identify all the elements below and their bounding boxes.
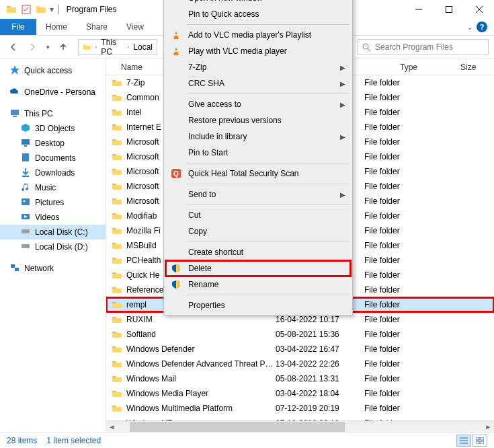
ctx-label: Give access to: [188, 100, 241, 109]
table-row[interactable]: Windows Mail05-08-2021 13:31File folder: [106, 371, 494, 386]
up-button[interactable]: [55, 39, 71, 55]
ctx-give-access-to[interactable]: Give access to▶: [165, 96, 351, 112]
svg-line-6: [368, 48, 370, 51]
table-row[interactable]: Softland05-08-2021 15:36File folder: [106, 327, 494, 342]
sidebar-item-network[interactable]: Network: [0, 261, 106, 276]
sidebar-item-this-pc[interactable]: This PC: [0, 106, 106, 121]
sidebar-item-pictures[interactable]: Pictures: [0, 195, 106, 210]
ctx-label: Pin to Start: [188, 148, 228, 157]
table-row[interactable]: Windows Defender03-04-2022 16:47File fol…: [106, 342, 494, 357]
recent-button[interactable]: ▾: [43, 39, 52, 55]
sidebar-item-quick-access[interactable]: Quick access: [0, 63, 106, 78]
sidebar-item-onedrive-persona[interactable]: OneDrive - Persona: [0, 85, 106, 100]
ctx-copy[interactable]: Copy: [165, 223, 351, 239]
back-button[interactable]: [5, 39, 22, 55]
col-size[interactable]: Size: [460, 63, 494, 72]
ctx-restore-previous-versions[interactable]: Restore previous versions: [165, 112, 351, 128]
chevron-right-icon: ▶: [340, 133, 345, 141]
sidebar-item-documents[interactable]: Documents: [0, 151, 106, 165]
ctx-include-in-library[interactable]: Include in library▶: [165, 128, 351, 145]
down-icon: [20, 167, 31, 180]
sidebar-item-3d-objects[interactable]: 3D Objects: [0, 121, 106, 136]
ctx-open-in-new-window[interactable]: Open in new window: [165, 0, 351, 6]
file-tab[interactable]: File: [0, 19, 36, 35]
ctx-create-shortcut[interactable]: Create shortcut: [165, 244, 351, 260]
ctx-pin-to-start[interactable]: Pin to Start: [165, 145, 351, 161]
file-type: File folder: [364, 122, 431, 132]
file-date: 03-04-2022 18:04: [276, 389, 364, 398]
net-icon: [9, 262, 20, 275]
file-type: File folder: [364, 285, 431, 295]
file-type: File folder: [364, 344, 431, 354]
sidebar-item-videos[interactable]: Videos: [0, 210, 106, 225]
qh-icon: Q: [171, 168, 181, 179]
file-type: File folder: [364, 182, 431, 191]
ctx-play-with-vlc-media-player[interactable]: Play with VLC media player: [165, 43, 351, 59]
sidebar-item-downloads[interactable]: Downloads: [0, 165, 106, 180]
folder-icon: [112, 137, 122, 147]
ctx-delete[interactable]: Delete: [165, 260, 351, 276]
sidebar-item-desktop[interactable]: Desktop: [0, 136, 106, 151]
tab-view[interactable]: View: [117, 19, 153, 35]
vlc-icon: [171, 30, 181, 40]
sidebar-item-local-disk-c-[interactable]: Local Disk (C:): [0, 225, 106, 239]
cube-icon: [20, 122, 31, 135]
file-type: File folder: [364, 300, 431, 309]
file-type: File folder: [364, 241, 431, 250]
file-date: 07-12-2019 20:19: [276, 404, 364, 413]
sidebar-item-label: Network: [24, 264, 54, 273]
ctx-label: CRC SHA: [188, 79, 224, 88]
tab-share[interactable]: Share: [77, 19, 117, 35]
folder-icon: [112, 329, 122, 340]
thumbnails-view-button[interactable]: [472, 435, 487, 447]
breadcrumb-local[interactable]: Local: [133, 42, 153, 52]
scrollbar-thumb[interactable]: [130, 422, 345, 432]
sidebar-item-music[interactable]: Music: [0, 180, 106, 195]
sidebar-item-local-disk-d-[interactable]: Local Disk (D:): [0, 239, 106, 254]
help-icon[interactable]: ?: [477, 22, 487, 32]
qat-properties-icon[interactable]: [20, 3, 32, 15]
ctx-cut[interactable]: Cut: [165, 207, 351, 223]
file-type: File folder: [364, 330, 431, 339]
forward-button[interactable]: [24, 39, 40, 55]
col-type[interactable]: Type: [400, 63, 460, 72]
file-date: 05-08-2021 15:36: [276, 330, 364, 339]
folder-icon: [112, 166, 122, 177]
breadcrumb-pc[interactable]: This PC: [101, 38, 123, 57]
ctx-rename[interactable]: Rename: [165, 276, 351, 293]
close-button[interactable]: [464, 0, 494, 19]
table-row[interactable]: Windows Defender Advanced Threat Prot...…: [106, 357, 494, 371]
table-row[interactable]: Windows Media Player03-04-2022 18:04File…: [106, 386, 494, 401]
details-view-button[interactable]: [456, 435, 471, 447]
table-row[interactable]: Windows Multimedia Platform07-12-2019 20…: [106, 401, 494, 416]
ctx-add-to-vlc-media-player-s-playlist[interactable]: Add to VLC media player's Playlist: [165, 27, 351, 43]
ctx-7-zip[interactable]: 7-Zip▶: [165, 59, 351, 75]
svg-rect-34: [481, 437, 484, 440]
folder-icon: [112, 77, 122, 88]
file-type: File folder: [364, 108, 431, 117]
search-input[interactable]: Search Program Files: [358, 39, 489, 55]
address-bar[interactable]: › This PC › Local: [78, 39, 157, 55]
ctx-quick-heal-total-security-scan[interactable]: QQuick Heal Total Security Scan: [165, 165, 351, 182]
ctx-pin-to-quick-access[interactable]: Pin to Quick access: [165, 6, 351, 22]
maximize-button[interactable]: [434, 0, 464, 19]
file-type: File folder: [364, 256, 431, 265]
folder-icon: [112, 314, 122, 325]
tab-home[interactable]: Home: [36, 19, 77, 35]
ctx-crc-sha[interactable]: CRC SHA▶: [165, 75, 351, 91]
ctx-properties[interactable]: Properties: [165, 297, 351, 313]
file-type: File folder: [364, 404, 431, 413]
search-placeholder: Search Program Files: [375, 42, 453, 52]
svg-rect-25: [175, 34, 177, 36]
svg-rect-22: [11, 264, 15, 268]
horizontal-scrollbar[interactable]: ◄ ►: [106, 420, 494, 432]
minimize-button[interactable]: [403, 0, 434, 19]
sidebar-item-label: Music: [35, 183, 56, 192]
ctx-send-to[interactable]: Send to▶: [165, 186, 351, 202]
sidebar-item-label: Local Disk (C:): [35, 227, 88, 237]
folder-icon: [112, 211, 122, 221]
window-title: Program Files: [67, 5, 117, 14]
ribbon-expand-icon[interactable]: ⌄: [467, 24, 472, 31]
sidebar-item-label: OneDrive - Persona: [24, 87, 95, 97]
file-type: File folder: [364, 93, 431, 102]
